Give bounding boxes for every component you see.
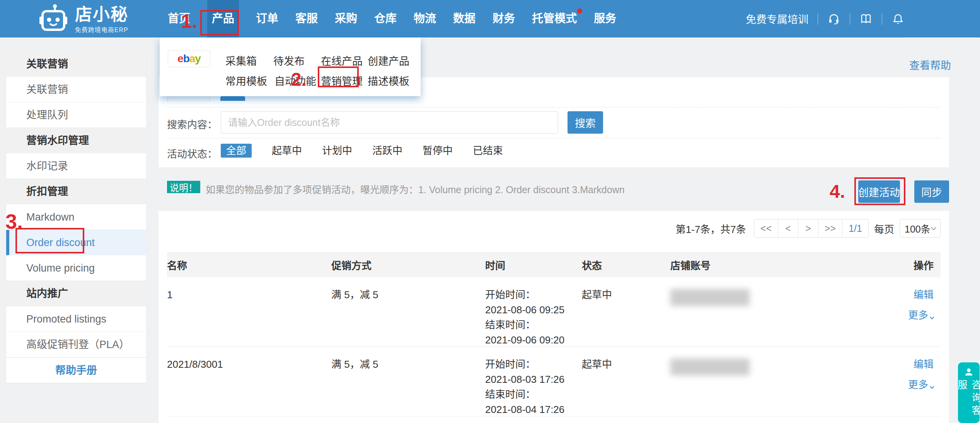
table-row: 2021/8/3001 满 5，减 5 开始时间： 2021-08-03 17:…: [167, 347, 941, 416]
bell-icon[interactable]: [891, 12, 905, 25]
hidden-active-tab: [220, 96, 245, 101]
sidebar-item-pla[interactable]: 高级促销刊登（PLA）: [6, 332, 146, 357]
filter-active[interactable]: 活跃中: [372, 144, 402, 158]
search-input[interactable]: [221, 111, 558, 134]
pagination-bar: 第1-7条，共7条 << < > >> 1/1 每页 100条: [676, 219, 941, 238]
sidebar-item-watermark-records[interactable]: 水印记录: [6, 153, 146, 179]
menu-to-publish[interactable]: 待发布: [273, 53, 305, 68]
header-right-tools: 免费专属培训: [746, 0, 905, 37]
nav-data[interactable]: 数据: [453, 0, 476, 37]
status-filter-group: 全部 起草中 计划中 活跃中 暂停中 已结束: [221, 144, 503, 158]
search-button[interactable]: 搜索: [568, 111, 603, 134]
search-label: 搜索内容：: [167, 117, 217, 131]
prev-page-button[interactable]: <: [778, 219, 798, 237]
top-header-bar: 店小秘 免费跨境电商ERP 首页 产品 订单 客服 采购 仓库 物流 数据 财务…: [0, 0, 980, 37]
col-status: 状态: [582, 258, 670, 272]
nav-warehouse[interactable]: 仓库: [374, 0, 397, 37]
products-dropdown-menu: ebay 采集箱 待发布 在线产品 创建产品 常用模板 自动功能 营销管理 描述…: [160, 37, 421, 96]
nav-finance[interactable]: 财务: [493, 0, 515, 37]
brand-tagline: 免费跨境电商ERP: [75, 25, 128, 34]
create-campaign-button[interactable]: 创建活动: [858, 180, 900, 203]
first-page-button[interactable]: <<: [754, 219, 778, 237]
campaign-name: 1: [167, 277, 331, 348]
shop-account-redacted: [670, 277, 811, 348]
sidebar-group-discount: 折扣管理: [6, 179, 146, 204]
dianxiaomi-marketing-page: 店小秘 免费跨境电商ERP 首页 产品 订单 客服 采购 仓库 物流 数据 财务…: [0, 0, 980, 423]
sidebar-item-volume-pricing[interactable]: Volume pricing: [6, 255, 146, 281]
menu-collection-box[interactable]: 采集箱: [225, 53, 257, 68]
sidebar-item-related-marketing[interactable]: 关联营销: [6, 77, 146, 102]
row-actions: 编辑 更多: [811, 277, 941, 348]
col-actions: 操作: [811, 258, 941, 272]
nav-customer-service[interactable]: 客服: [295, 0, 318, 37]
pager-buttons: << < > >> 1/1: [754, 219, 869, 238]
col-time: 时间: [485, 258, 582, 272]
chevron-down-icon: [930, 384, 934, 389]
next-page-button[interactable]: >: [798, 219, 818, 237]
sidebar-item-markdown[interactable]: Markdown: [6, 204, 146, 230]
nav-orders[interactable]: 订单: [256, 0, 278, 37]
edit-link[interactable]: 编辑: [811, 357, 934, 372]
divider: [167, 107, 941, 107]
promo-type: 满 5，减 5: [331, 277, 485, 348]
more-link[interactable]: 更多: [811, 377, 934, 392]
more-link[interactable]: 更多: [811, 308, 934, 323]
sidebar-group-watermark: 营销水印管理: [6, 128, 146, 153]
col-name: 名称: [167, 258, 331, 272]
status-filter-label: 活动状态：: [167, 146, 217, 160]
filter-drafting[interactable]: 起草中: [272, 144, 302, 158]
time-cell: 开始时间： 2021-08-03 17:26 结束时间： 2021-08-04 …: [485, 347, 582, 417]
status-badge: 起草中: [582, 347, 670, 417]
campaign-table-card: 第1-7条，共7条 << < > >> 1/1 每页 100条 名称 促销方式 …: [159, 211, 949, 423]
table-header-row: 名称 促销方式 时间 状态 店铺账号 操作: [167, 252, 941, 277]
person-icon: [963, 367, 975, 377]
time-cell: 开始时间： 2021-08-06 09:25 结束时间： 2021-09-06 …: [485, 277, 582, 348]
filter-scheduled[interactable]: 计划中: [322, 144, 352, 158]
menu-create-product[interactable]: 创建产品: [368, 53, 409, 68]
filter-all[interactable]: 全部: [221, 144, 252, 158]
nav-hosted-mode[interactable]: 托管模式: [532, 0, 577, 37]
headset-icon[interactable]: [827, 12, 840, 25]
sidebar-group-onsite-promotion: 站内推广: [6, 281, 146, 306]
ebay-platform-logo[interactable]: ebay: [168, 50, 210, 67]
menu-online-products[interactable]: 在线产品: [321, 53, 363, 68]
edit-link[interactable]: 编辑: [811, 287, 934, 302]
sync-button[interactable]: 同步: [914, 180, 949, 203]
customer-service-float-button[interactable]: 咨询客服: [958, 362, 980, 423]
brand-logo[interactable]: 店小秘 免费跨境电商ERP: [37, 3, 128, 37]
sidebar-group-related-marketing: 关联营销: [6, 51, 146, 77]
sidebar-item-promoted-listings[interactable]: Promoted listings: [6, 306, 146, 332]
divider: [167, 138, 941, 138]
status-badge: 起草中: [582, 277, 670, 348]
redacted-account: [670, 289, 750, 306]
filter-paused[interactable]: 暂停中: [423, 144, 453, 158]
sidebar-help-manual-link[interactable]: 帮助手册: [6, 357, 146, 383]
sidebar-item-order-discount[interactable]: Order discount: [6, 230, 146, 255]
menu-description-templates[interactable]: 描述模板: [368, 73, 409, 88]
nav-services[interactable]: 服务: [594, 0, 616, 37]
nav-purchasing[interactable]: 采购: [335, 0, 357, 37]
annotation-step-1: 1.: [181, 10, 197, 32]
notice-badge: 说明！: [167, 181, 200, 193]
per-page-select[interactable]: 100条: [900, 219, 941, 238]
view-help-link[interactable]: 查看帮助: [909, 57, 951, 72]
pagination-summary: 第1-7条，共7条: [676, 221, 746, 236]
last-page-button[interactable]: >>: [818, 219, 842, 237]
nav-logistics[interactable]: 物流: [414, 0, 436, 37]
filter-ended[interactable]: 已结束: [473, 144, 503, 158]
hidden-tab: [167, 95, 210, 102]
customer-service-label: 咨询客服: [955, 380, 980, 423]
page-indicator: 1/1: [842, 219, 868, 237]
sidebar-item-processing-queue[interactable]: 处理队列: [6, 102, 146, 128]
free-training-link[interactable]: 免费专属培训: [746, 11, 808, 26]
campaign-table: 名称 促销方式 时间 状态 店铺账号 操作 1 满 5，减 5 开始时间： 20…: [167, 252, 941, 416]
manual-book-icon[interactable]: [859, 12, 873, 25]
brand-name: 店小秘: [75, 5, 128, 24]
annotation-step-3: 3.: [5, 209, 23, 233]
menu-marketing-management[interactable]: 营销管理: [321, 73, 363, 88]
nav-products[interactable]: 产品: [207, 0, 239, 37]
menu-common-templates[interactable]: 常用模板: [225, 73, 267, 88]
divider: [818, 13, 818, 25]
shop-account-redacted: [670, 347, 811, 417]
sidebar-menu: 关联营销 关联营销 处理队列 营销水印管理 水印记录 折扣管理 Markdown…: [6, 51, 146, 383]
